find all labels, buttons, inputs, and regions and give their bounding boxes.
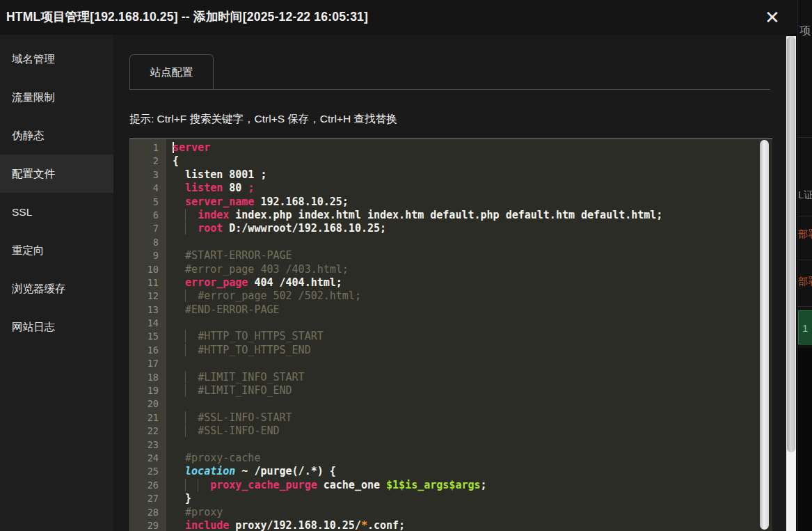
line-number: 8 bbox=[130, 236, 166, 249]
line-number: 16 bbox=[130, 344, 166, 357]
background-empty-area bbox=[798, 348, 812, 531]
line-number: 4 bbox=[130, 182, 166, 195]
code-line: #proxy-cache bbox=[173, 452, 772, 465]
line-number: 21 bbox=[130, 411, 166, 425]
table-row-divider bbox=[798, 306, 812, 307]
sidebar-item-redirect[interactable]: 重定向 bbox=[0, 231, 113, 269]
code-line: proxy_cache_purge cache_one $1$is_args$a… bbox=[173, 479, 772, 492]
code-line bbox=[173, 357, 772, 370]
code-line: server bbox=[173, 141, 772, 154]
line-number: 20 bbox=[130, 397, 166, 411]
code-line: server_name 192.168.10.25; bbox=[173, 196, 772, 209]
code-line: #START-ERROR-PAGE bbox=[173, 249, 772, 262]
screen: 项 L证 部署 部署 1 HTML项目管理[192.168.10.25] -- … bbox=[0, 0, 812, 531]
line-number: 11 bbox=[130, 276, 166, 290]
tab-underline bbox=[129, 89, 770, 90]
code-line bbox=[173, 397, 772, 411]
code-line: location ~ /purge(/.*) { bbox=[173, 465, 772, 478]
sidebar-item-rewrite[interactable]: 伪静态 bbox=[0, 116, 113, 154]
line-number: 17 bbox=[130, 357, 166, 370]
line-number: 6 bbox=[130, 209, 166, 222]
table-row-divider bbox=[798, 260, 812, 260]
page-scrollbar[interactable] bbox=[786, 36, 796, 531]
deploy-link: 部署 bbox=[798, 276, 812, 288]
sidebar-item-ssl[interactable]: SSL bbox=[0, 193, 113, 231]
line-number: 25 bbox=[130, 465, 166, 478]
line-number: 14 bbox=[130, 317, 166, 330]
editor-hint-text: 提示: Ctrl+F 搜索关键字，Ctrl+S 保存，Ctrl+H 查找替换 bbox=[129, 112, 397, 127]
background-column-header: 项 bbox=[799, 24, 811, 38]
line-number: 29 bbox=[130, 519, 166, 531]
dialog-title: HTML项目管理[192.168.10.25] -- 添加时间[2025-12-… bbox=[6, 8, 368, 25]
line-number: 19 bbox=[130, 384, 166, 397]
tab-site-config[interactable]: 站点配置 bbox=[129, 54, 214, 89]
code-line: #proxy bbox=[173, 506, 772, 519]
code-line: { bbox=[173, 154, 772, 168]
code-line: root D:/wwwroot/192.168.10.25; bbox=[173, 222, 772, 235]
line-number: 13 bbox=[130, 303, 166, 317]
code-line bbox=[173, 236, 772, 249]
code-line: #HTTP_TO_HTTPS_END bbox=[173, 344, 772, 357]
code-line: #LIMIT_INFO_START bbox=[173, 371, 772, 384]
table-row-divider bbox=[798, 216, 812, 216]
line-number: 23 bbox=[130, 438, 166, 452]
line-number: 15 bbox=[130, 330, 166, 343]
editor-code-area[interactable]: server{ listen 8001 ; listen 80 ; server… bbox=[166, 139, 772, 531]
background-cell-cert: L证 bbox=[798, 189, 812, 202]
close-icon[interactable]: ✕ bbox=[760, 5, 785, 30]
sidebar-item-domain[interactable]: 域名管理 bbox=[0, 40, 113, 78]
deploy-link: 部署 bbox=[798, 228, 812, 241]
line-number: 22 bbox=[130, 425, 166, 438]
line-number: 7 bbox=[130, 222, 166, 235]
code-line bbox=[173, 438, 772, 452]
line-number: 27 bbox=[130, 492, 166, 505]
editor-scrollbar-thumb[interactable] bbox=[760, 140, 769, 530]
table-row-divider bbox=[798, 137, 812, 138]
sidebar-item-site-log[interactable]: 网站日志 bbox=[0, 308, 113, 346]
code-line: } bbox=[173, 492, 772, 505]
line-number: 24 bbox=[130, 452, 166, 465]
code-line: listen 8001 ; bbox=[173, 168, 772, 182]
code-line: #LIMIT_INFO_END bbox=[173, 384, 772, 397]
editor-gutter: 1234567891011121314151617181920212223242… bbox=[130, 139, 166, 531]
status-badge: 1 bbox=[798, 310, 812, 344]
code-line bbox=[173, 317, 772, 330]
line-number: 28 bbox=[130, 506, 166, 519]
sidebar: 域名管理流量限制伪静态配置文件SSL重定向浏览器缓存网站日志 bbox=[0, 35, 113, 531]
sidebar-item-browser-cache[interactable]: 浏览器缓存 bbox=[0, 269, 113, 308]
code-line: listen 80 ; bbox=[173, 182, 772, 195]
dialog-titlebar: HTML项目管理[192.168.10.25] -- 添加时间[2025-12-… bbox=[0, 0, 797, 35]
code-line: #END-ERROR-PAGE bbox=[173, 303, 772, 317]
line-number: 5 bbox=[130, 196, 166, 209]
code-line: error_page 404 /404.html; bbox=[173, 276, 772, 290]
line-number: 9 bbox=[130, 249, 166, 262]
background-page-sliver: 项 L证 部署 部署 1 bbox=[797, 0, 812, 531]
page-scrollbar-thumb[interactable] bbox=[787, 36, 795, 452]
code-line: #error_page 403 /403.html; bbox=[173, 263, 772, 276]
line-number: 1 bbox=[130, 141, 166, 154]
code-line: #HTTP_TO_HTTPS_START bbox=[173, 330, 772, 343]
code-line: index index.php index.html index.htm def… bbox=[173, 209, 772, 222]
line-number: 2 bbox=[130, 154, 166, 168]
sidebar-item-config-file[interactable]: 配置文件 bbox=[0, 154, 113, 193]
code-line: include proxy/192.168.10.25/*.conf; bbox=[173, 519, 772, 531]
config-code-editor[interactable]: 1234567891011121314151617181920212223242… bbox=[129, 138, 772, 531]
code-line: #SSL-INFO-START bbox=[173, 411, 772, 425]
line-number: 10 bbox=[130, 263, 166, 276]
project-management-dialog: HTML项目管理[192.168.10.25] -- 添加时间[2025-12-… bbox=[0, 0, 786, 531]
line-number: 12 bbox=[130, 290, 166, 303]
line-number: 3 bbox=[130, 168, 166, 182]
code-line: #error_page 502 /502.html; bbox=[173, 290, 772, 303]
line-number: 18 bbox=[130, 371, 166, 384]
code-line: #SSL-INFO-END bbox=[173, 425, 772, 438]
line-number: 26 bbox=[130, 479, 166, 492]
sidebar-item-traffic-limit[interactable]: 流量限制 bbox=[0, 78, 113, 116]
